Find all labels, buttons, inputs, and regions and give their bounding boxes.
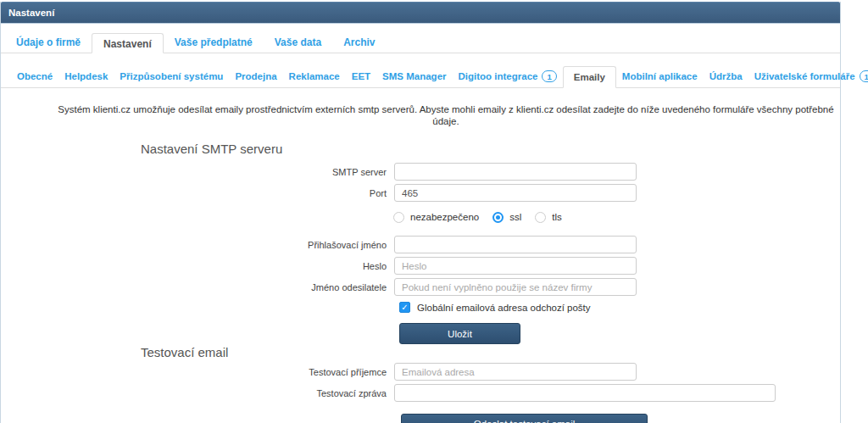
tab-vase-predplatne[interactable]: Vaše předplatné <box>164 32 264 53</box>
tab-nastaveni[interactable]: Nastavení <box>92 33 164 53</box>
password-label: Heslo <box>1 261 387 271</box>
send-test-email-button[interactable]: Odeslat testovací email <box>401 414 648 423</box>
page-title: Nastavení <box>8 8 54 18</box>
save-button[interactable]: Uložit <box>399 323 520 344</box>
tab-count-badge: 1 <box>542 70 556 82</box>
test-recipient-label: Testovací příjemce <box>1 367 387 377</box>
test-email-section-heading: Testovací email <box>141 345 840 360</box>
tab-udaje-o-firme[interactable]: Údaje o firmě <box>5 32 92 53</box>
smtp-server-input[interactable] <box>394 163 637 181</box>
settings-panel: Nastavení Údaje o firmě Nastavení Vaše p… <box>0 2 841 423</box>
login-row: Přihlašovací jméno <box>1 236 840 253</box>
radio-tls[interactable] <box>535 212 546 223</box>
login-label: Přihlašovací jméno <box>1 240 387 250</box>
tab-eet[interactable]: EET <box>346 65 376 87</box>
global-email-checkbox-row: ✓ Globální emailová adresa odchozí pošty <box>399 302 840 313</box>
settings-page: Nastavení Údaje o firmě Nastavení Vaše p… <box>0 0 868 423</box>
tab-emaily[interactable]: Emaily <box>563 66 616 88</box>
test-recipient-row: Testovací příjemce <box>1 363 840 381</box>
password-input[interactable] <box>394 257 637 275</box>
tab-uzivatelske-formulare[interactable]: Uživatelské formuláře 14 <box>748 65 868 87</box>
sender-name-label: Jméno odesilatele <box>1 282 387 292</box>
test-message-label: Testovací zpráva <box>1 388 387 398</box>
tab-obecne[interactable]: Obecné <box>11 65 58 87</box>
port-label: Port <box>1 188 387 198</box>
port-input[interactable] <box>394 184 637 202</box>
tab-vase-data[interactable]: Vaše data <box>264 32 332 53</box>
sender-name-input[interactable] <box>394 278 637 296</box>
tab-label: Digitoo integrace <box>459 71 538 81</box>
login-input[interactable] <box>394 236 637 253</box>
tab-prodejna[interactable]: Prodejna <box>229 65 282 87</box>
tab-digitoo-integrace[interactable]: Digitoo integrace 1 <box>453 65 563 87</box>
sender-name-row: Jméno odesilatele <box>1 278 840 296</box>
radio-nezabezpeceno-label[interactable]: nezabezpečeno <box>410 212 479 222</box>
port-row: Port <box>1 184 840 202</box>
tab-label: Uživatelské formuláře <box>754 71 855 81</box>
test-message-row: Testovací zpráva <box>1 384 840 402</box>
security-radio-group: nezabezpečeno ssl tls <box>393 211 840 223</box>
tab-prizpusobeni-systemu[interactable]: Přizpůsobení systému <box>114 65 229 87</box>
primary-tab-bar: Údaje o firmě Nastavení Vaše předplatné … <box>1 32 840 53</box>
panel-titlebar: Nastavení <box>1 2 840 24</box>
tab-count-badge: 14 <box>860 70 868 82</box>
emaily-tab-content: Systém klienti.cz umožňuje odesílat emai… <box>1 103 840 423</box>
radio-ssl[interactable] <box>492 212 504 223</box>
tab-mobilni-aplikace[interactable]: Mobilní aplikace <box>616 65 704 87</box>
tab-reklamace[interactable]: Reklamace <box>283 65 346 87</box>
test-recipient-input[interactable] <box>394 363 637 381</box>
tab-sms-manager[interactable]: SMS Manager <box>376 65 452 87</box>
test-message-input[interactable] <box>394 384 776 402</box>
checkbox-checked-icon[interactable]: ✓ <box>399 302 410 313</box>
smtp-server-label: SMTP server <box>1 167 387 177</box>
smtp-section-heading: Nastavení SMTP serveru <box>141 141 840 158</box>
global-email-checkbox-label[interactable]: Globální emailová adresa odchozí pošty <box>417 303 591 313</box>
radio-nezabezpeceno[interactable] <box>393 212 404 223</box>
intro-text: Systém klienti.cz umožňuje odesílat emai… <box>1 103 840 127</box>
password-row: Heslo <box>1 257 840 275</box>
tab-udrzba[interactable]: Údržba <box>704 65 748 87</box>
tab-helpdesk[interactable]: Helpdesk <box>58 65 114 87</box>
radio-ssl-label[interactable]: ssl <box>509 212 521 222</box>
tab-archiv[interactable]: Archiv <box>332 32 386 53</box>
radio-tls-label[interactable]: tls <box>552 212 562 222</box>
secondary-tab-bar: Obecné Helpdesk Přizpůsobení systému Pro… <box>1 65 840 88</box>
smtp-server-row: SMTP server <box>1 163 840 181</box>
